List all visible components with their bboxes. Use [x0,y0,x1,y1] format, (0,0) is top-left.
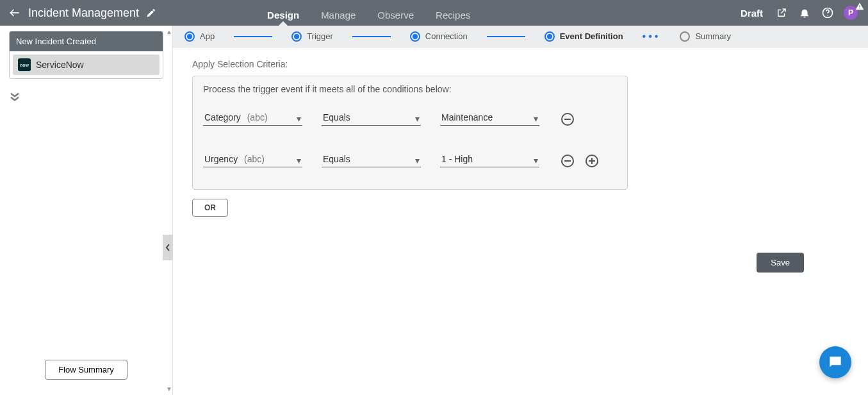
tab-observe[interactable]: Observe [376,4,415,26]
condition-field-type: (abc) [247,112,268,122]
trigger-node-app[interactable]: now ServiceNow [13,55,160,75]
step-trigger-indicator-icon [291,31,302,42]
sidebar-scroll-down-icon[interactable]: ▼ [166,385,172,392]
condition-field-type: (abc) [244,154,265,164]
tab-design[interactable]: Design [266,4,300,26]
step-event-definition-label: Event Definition [560,31,623,41]
servicenow-logo-icon: now [18,58,31,71]
avatar-initial: P [848,8,853,17]
notifications-icon[interactable] [798,6,812,20]
condition-operator-select[interactable]: Equals ▾ [322,110,421,126]
page-title: Incident Management [28,6,139,20]
wizard-stepper: App Trigger Connection Event Definition … [173,26,868,47]
chevron-down-icon: ▾ [534,113,538,124]
criteria-description: Process the trigger event if it meets al… [203,84,617,94]
help-icon[interactable] [821,6,835,20]
user-avatar[interactable]: P [844,6,858,20]
expand-nodes-icon[interactable] [9,92,163,102]
condition-row: Category (abc) ▾ Equals ▾ Maintenance ▾ [203,110,617,126]
flow-status: Draft [741,8,763,19]
edit-title-icon[interactable] [145,7,157,19]
add-condition-button[interactable] [585,155,598,167]
condition-operator-value: Equals [323,154,350,164]
condition-value-text: Maintenance [441,112,493,122]
back-arrow-icon[interactable] [8,6,22,20]
step-summary-indicator-icon [680,31,690,42]
step-connection[interactable]: Connection [410,31,468,42]
trigger-node-card[interactable]: New Incident Created now ServiceNow [9,31,163,79]
step-connector [487,36,525,37]
or-group-button[interactable]: OR [192,199,228,217]
criteria-section-title: Apply Selection Criteria: [192,59,849,69]
save-button[interactable]: Save [757,253,804,273]
step-connection-label: Connection [425,31,468,41]
condition-value-select[interactable]: Maintenance ▾ [440,110,539,126]
step-connector [234,36,272,37]
chevron-down-icon: ▾ [297,113,301,124]
condition-value-text: 1 - High [441,154,473,164]
flow-summary-button[interactable]: Flow Summary [45,360,127,380]
chat-icon [827,354,844,371]
chevron-down-icon: ▾ [415,113,420,124]
step-summary[interactable]: Summary [680,31,731,42]
chevron-down-icon: ▾ [297,155,301,165]
step-trigger-label: Trigger [307,31,333,41]
flow-sidebar: ▲ New Incident Created now ServiceNow Fl… [0,26,173,395]
step-connector [352,36,391,37]
condition-operator-value: Equals [323,112,350,122]
open-external-icon[interactable] [774,6,789,20]
alert-badge-icon [855,2,864,11]
condition-row: Urgency (abc) ▾ Equals ▾ 1 - High ▾ [203,151,617,167]
criteria-box: Process the trigger event if it meets al… [192,76,628,190]
chevron-down-icon: ▾ [534,155,538,165]
svg-point-2 [827,15,828,16]
step-app-label: App [200,31,215,41]
step-event-definition-indicator-icon [545,31,555,42]
step-app[interactable]: App [184,31,215,42]
step-event-definition[interactable]: Event Definition [545,31,623,42]
top-tabs: Design Manage Observe Recipes [266,0,471,26]
sidebar-scroll-up-icon[interactable]: ▲ [166,28,172,35]
tab-manage[interactable]: Manage [320,4,357,26]
trigger-node-title: New Incident Created [10,31,163,51]
remove-condition-button[interactable] [561,113,574,126]
condition-field-select[interactable]: Category (abc) ▾ [203,110,302,126]
tab-recipes[interactable]: Recipes [434,4,471,26]
step-connection-indicator-icon [410,31,420,42]
condition-value-select[interactable]: 1 - High ▾ [440,151,539,167]
remove-condition-button[interactable] [561,155,574,167]
step-dots-icon: ••• [643,31,661,42]
condition-field-value: Urgency [204,154,238,164]
chat-fab-button[interactable] [819,346,851,378]
condition-field-select[interactable]: Urgency (abc) ▾ [203,151,302,167]
condition-field-value: Category [204,112,241,122]
chevron-down-icon: ▾ [415,155,420,165]
step-app-indicator-icon [184,31,195,42]
collapse-sidebar-handle[interactable] [163,235,173,260]
trigger-node-app-label: ServiceNow [36,60,84,70]
condition-operator-select[interactable]: Equals ▾ [322,151,421,167]
step-summary-label: Summary [695,31,731,41]
step-trigger[interactable]: Trigger [291,31,333,42]
